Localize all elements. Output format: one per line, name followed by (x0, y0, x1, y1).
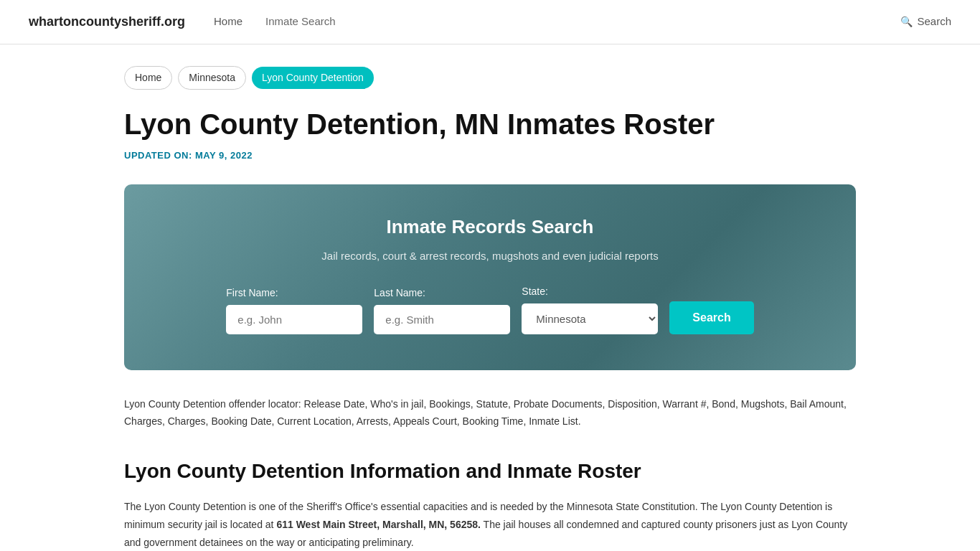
state-label: State: (522, 284, 548, 299)
page-title: Lyon County Detention, MN Inmates Roster (124, 107, 856, 141)
state-select[interactable]: AlabamaAlaskaArizonaArkansasCaliforniaCo… (522, 303, 658, 334)
site-logo[interactable]: whartoncountysheriff.org (29, 12, 185, 32)
info-section-text: The Lyon County Detention is one of the … (124, 498, 856, 551)
search-button[interactable]: Search (669, 301, 753, 334)
search-widget: Inmate Records Search Jail records, cour… (124, 184, 856, 371)
header-search[interactable]: 🔍 Search (900, 14, 951, 30)
last-name-input[interactable] (374, 305, 510, 334)
updated-date: UPDATED ON: MAY 9, 2022 (124, 149, 856, 163)
widget-subtitle: Jail records, court & arrest records, mu… (167, 248, 813, 265)
search-icon: 🔍 (900, 14, 913, 29)
info-section-heading: Lyon County Detention Information and In… (124, 456, 856, 486)
site-header: whartoncountysheriff.org Home Inmate Sea… (0, 0, 980, 44)
breadcrumb-home[interactable]: Home (124, 66, 172, 90)
search-form: First Name: Last Name: State: AlabamaAla… (167, 284, 813, 334)
state-group: State: AlabamaAlaskaArizonaArkansasCalif… (522, 284, 658, 334)
last-name-label: Last Name: (374, 286, 425, 301)
nav-home[interactable]: Home (214, 14, 242, 30)
first-name-label: First Name: (226, 286, 278, 301)
first-name-input[interactable] (226, 305, 362, 334)
first-name-group: First Name: (226, 286, 362, 334)
address-bold: 611 West Main Street, Marshall, MN, 5625… (276, 519, 481, 530)
description-text: Lyon County Detention offender locator: … (124, 396, 856, 430)
nav-inmate-search[interactable]: Inmate Search (265, 14, 336, 30)
breadcrumb-minnesota[interactable]: Minnesota (178, 66, 246, 90)
last-name-group: Last Name: (374, 286, 510, 334)
widget-title: Inmate Records Search (167, 213, 813, 241)
breadcrumb-lyon-county[interactable]: Lyon County Detention (252, 67, 374, 89)
breadcrumb: Home Minnesota Lyon County Detention (124, 66, 856, 90)
header-search-label: Search (917, 14, 951, 30)
main-nav: Home Inmate Search (214, 14, 900, 30)
main-content: Home Minnesota Lyon County Detention Lyo… (95, 44, 885, 551)
